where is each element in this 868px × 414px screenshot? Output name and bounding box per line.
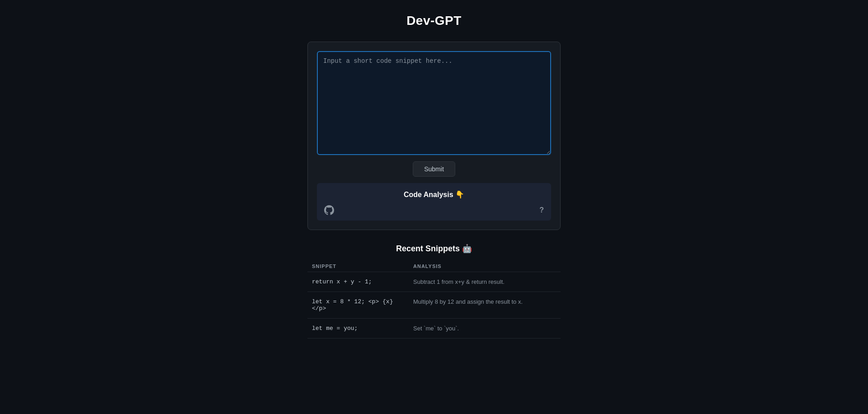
analysis-panel: Code Analysis 👇 ? — [317, 183, 551, 221]
help-icon[interactable]: ? — [539, 206, 544, 214]
analysis-cell: Set `me` to `you`. — [409, 319, 561, 339]
analysis-cell: Multiply 8 by 12 and assign the result t… — [409, 292, 561, 319]
submit-button[interactable]: Submit — [413, 161, 455, 177]
analysis-emoji: 👇 — [455, 191, 464, 198]
analysis-cell: Subtract 1 from x+y & return result. — [409, 272, 561, 292]
snippet-cell: let x = 8 * 12; <p> {x} </p> — [307, 292, 409, 319]
table-row: let me = you;Set `me` to `you`. — [307, 319, 561, 339]
analysis-footer: ? — [324, 205, 544, 215]
recent-snippets-title: Recent Snippets 🤖 — [396, 244, 472, 254]
col-header-analysis: ANALYSIS — [409, 261, 561, 272]
snippets-table: SNIPPET ANALYSIS return x + y - 1;Subtra… — [307, 261, 561, 339]
table-row: return x + y - 1;Subtract 1 from x+y & r… — [307, 272, 561, 292]
analysis-title: Code Analysis 👇 — [324, 190, 544, 199]
snippet-cell: let me = you; — [307, 319, 409, 339]
code-input[interactable] — [317, 51, 551, 155]
page-title: Dev-GPT — [406, 14, 462, 28]
col-header-snippet: SNIPPET — [307, 261, 409, 272]
snippet-cell: return x + y - 1; — [307, 272, 409, 292]
table-row: let x = 8 * 12; <p> {x} </p>Multiply 8 b… — [307, 292, 561, 319]
github-icon[interactable] — [324, 205, 334, 215]
recent-snippets-emoji: 🤖 — [462, 244, 472, 253]
recent-snippets-section: Recent Snippets 🤖 SNIPPET ANALYSIS retur… — [307, 244, 561, 339]
main-card: Submit Code Analysis 👇 ? — [307, 42, 561, 230]
